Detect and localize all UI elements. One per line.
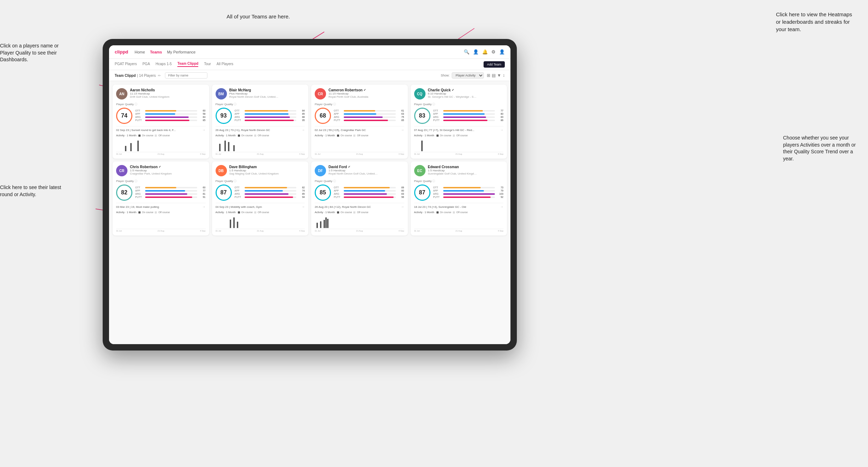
user-icon[interactable]: 👤 xyxy=(499,49,505,55)
grid-view-icon[interactable]: ⊞ xyxy=(487,73,490,78)
quality-stats: OTT 60 APP 58 ARG 84 PU xyxy=(135,109,206,122)
player-club: Craigmillar Park, United Kingdom xyxy=(130,172,179,175)
player-handicap: 1-5 Handicap xyxy=(329,169,404,172)
player-card[interactable]: CQ Charlie Quick ✔ 6-10 Handicap St. Geo… xyxy=(411,85,507,159)
team-label: Team Clippd xyxy=(115,74,136,78)
player-card[interactable]: CR Chris Robertson ✔ 1-5 Handicap Craigm… xyxy=(113,161,209,235)
edit-icon[interactable]: ✏ xyxy=(158,74,161,78)
player-name[interactable]: Cameron Robertson ✔ xyxy=(329,88,404,92)
player-card[interactable]: EC Edward Crossman 1-5 Handicap Sunningd… xyxy=(411,161,507,235)
list-view-icon[interactable]: ▤ xyxy=(492,73,496,78)
profile-icon[interactable]: 👤 xyxy=(473,49,479,55)
last-round[interactable]: 18 Jul 23 | 74 (+4), Sunningdale GC - Ol… xyxy=(414,203,504,209)
player-handicap: 1-5 Handicap xyxy=(130,169,206,172)
quality-circle[interactable]: 83 xyxy=(414,108,430,124)
next-arrow-icon: → xyxy=(401,128,404,132)
verified-badge: ✔ xyxy=(364,89,366,92)
player-card[interactable]: BM Blair McHarg Plus Handicap Royal Nort… xyxy=(212,85,309,159)
quality-stats: OTT 73 APP 79 ARG 103 P xyxy=(433,186,504,199)
settings-icon[interactable]: ⚙ xyxy=(491,49,496,55)
quality-section[interactable]: 87 OTT 82 APP 74 ARG xyxy=(216,184,305,201)
player-handicap: 1-5 Handicap xyxy=(229,169,305,172)
tab-pgat[interactable]: PGAT Players xyxy=(115,62,137,67)
tab-all-players[interactable]: All Players xyxy=(217,62,233,67)
view-icons: ⊞ ▤ ▼ ↕ xyxy=(487,73,505,78)
quality-circle[interactable]: 85 xyxy=(315,184,331,201)
player-handicap: 11-15 Handicap xyxy=(130,92,206,95)
stat-row-app: APP 85 xyxy=(235,113,305,115)
player-club: Drift Golf Club, United Kingdom xyxy=(130,95,179,98)
quality-circle[interactable]: 87 xyxy=(414,184,430,201)
player-card[interactable]: AN Aaron Nicholls 11-15 Handicap Drift G… xyxy=(113,85,209,159)
quality-circle[interactable]: 74 xyxy=(116,108,132,124)
add-team-button[interactable]: Add Team xyxy=(484,61,505,68)
sub-tabs: PGAT Players PGA Hcaps 1-5 Team Clippd T… xyxy=(109,59,510,70)
quality-circle[interactable]: 87 xyxy=(216,184,232,201)
last-round[interactable]: 02 Sep 23 | Sunset round to get back int… xyxy=(116,126,206,132)
activity-section: Activity · 1 Month On course Off course … xyxy=(315,134,404,155)
player-card[interactable]: CR Cameron Robertson ✔ 11-15 Handicap Ro… xyxy=(311,85,408,159)
last-round[interactable]: 26 Aug 23 | 84 (+12), Royal North Devon … xyxy=(315,203,404,209)
show-select[interactable]: Player ActivityQuality Trend xyxy=(452,72,484,79)
quality-section[interactable]: 68 OTT 61 APP 63 ARG xyxy=(315,108,404,124)
player-card[interactable]: DF David Ford ✔ 1-5 Handicap Royal North… xyxy=(311,161,408,235)
sort-icon[interactable]: ↕ xyxy=(503,73,505,78)
search-icon[interactable]: 🔍 xyxy=(464,49,469,55)
last-round[interactable]: 02 Jul 23 | 59 (+15), Craigmillar Park G… xyxy=(315,126,404,132)
quality-section[interactable]: 87 OTT 73 APP 79 ARG xyxy=(414,184,504,201)
quality-circle[interactable]: 68 xyxy=(315,108,331,124)
quality-section[interactable]: 74 OTT 60 APP 58 ARG xyxy=(116,108,206,124)
quality-section[interactable]: 93 OTT 84 APP 85 ARG xyxy=(216,108,305,124)
on-course-dot xyxy=(238,211,240,213)
on-course-dot xyxy=(138,135,141,137)
filter-icon[interactable]: ▼ xyxy=(497,73,501,78)
off-course-dot xyxy=(254,211,256,213)
player-club: St. George's Hill GC - Weybridge - Surre… xyxy=(428,95,478,98)
off-course-dot xyxy=(254,135,256,137)
tab-hcaps[interactable]: Hcaps 1-5 xyxy=(156,62,172,67)
player-name[interactable]: Edward Crossman xyxy=(428,165,504,169)
quality-circle[interactable]: 82 xyxy=(116,184,132,201)
last-round-text: 26 Aug 23 | 73 (+1), Royal North Devon G… xyxy=(216,129,302,132)
verified-badge: ✔ xyxy=(452,89,454,92)
stat-row-arg: ARG 75 xyxy=(334,116,404,118)
last-round[interactable]: 07 Aug 23 | 77 (+7), St George's Hill GC… xyxy=(414,126,504,132)
filter-input[interactable] xyxy=(165,72,207,79)
player-name[interactable]: Charlie Quick ✔ xyxy=(428,88,504,92)
player-name[interactable]: Dave Billingham xyxy=(229,165,305,169)
quality-circle[interactable]: 93 xyxy=(216,108,232,124)
quality-number: 85 xyxy=(320,189,326,196)
nav-item-teams[interactable]: Teams xyxy=(150,50,162,54)
quality-label: Player Quality ⓘ xyxy=(116,102,206,106)
activity-chart xyxy=(315,138,404,152)
nav-item-performance[interactable]: My Performance xyxy=(167,50,196,54)
player-avatar: BM xyxy=(216,88,227,99)
player-name[interactable]: Chris Robertson ✔ xyxy=(130,165,206,169)
quality-section[interactable]: 85 OTT 89 APP 80 ARG xyxy=(315,184,404,201)
off-course-dot xyxy=(155,211,157,213)
player-club: Royal North Devon Golf Club, United Kin.… xyxy=(229,95,279,98)
tab-tour[interactable]: Tour xyxy=(204,62,211,67)
player-card[interactable]: DB Dave Billingham 1-5 Handicap Sag Magi… xyxy=(212,161,309,235)
notification-icon[interactable]: 🔔 xyxy=(482,49,488,55)
player-name[interactable]: Aaron Nicholls xyxy=(130,88,206,92)
last-round[interactable]: 04 Sep 23 | Mobility with coach, Gym → xyxy=(216,203,305,209)
quality-stats: OTT 84 APP 85 ARG 88 PU xyxy=(235,109,305,122)
stat-row-ott: OTT 84 xyxy=(235,109,305,112)
quality-section[interactable]: 82 OTT 60 APP 77 ARG xyxy=(116,184,206,201)
last-round[interactable]: 26 Aug 23 | 73 (+1), Royal North Devon G… xyxy=(216,126,305,132)
tab-team-clippd[interactable]: Team Clippd xyxy=(177,62,198,67)
last-round-text: 26 Aug 23 | 84 (+12), Royal North Devon … xyxy=(315,205,401,209)
player-handicap: 1-5 Handicap xyxy=(428,169,504,172)
nav-item-home[interactable]: Home xyxy=(135,50,145,54)
player-avatar: EC xyxy=(414,165,426,176)
stat-row-arg: ARG 81 xyxy=(135,193,206,195)
activity-section: Activity · 1 Month On course Off course … xyxy=(116,211,206,232)
quality-section[interactable]: 83 OTT 77 APP 80 ARG xyxy=(414,108,504,124)
stat-row-app: APP 58 xyxy=(135,113,206,115)
player-name[interactable]: Blair McHarg xyxy=(229,88,305,92)
player-name[interactable]: David Ford ✔ xyxy=(329,165,404,169)
tab-pga[interactable]: PGA xyxy=(142,62,150,67)
last-round[interactable]: 03 Mar 23 | 19, Must make putting → xyxy=(116,203,206,209)
on-course-dot xyxy=(337,211,339,213)
